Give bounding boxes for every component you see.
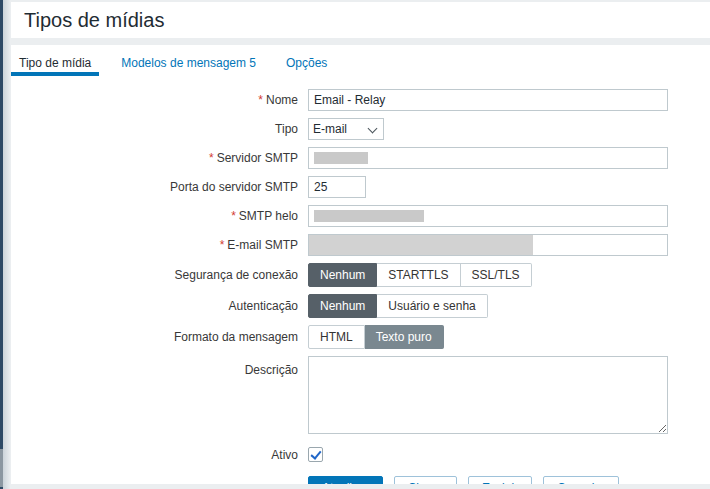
form-actions: Atualizar Clonar Excluir Cancelar: [308, 476, 710, 484]
tab-opcoes[interactable]: Opções: [278, 51, 335, 76]
tipo-select-wrapper: E-mail: [308, 118, 384, 140]
clone-button[interactable]: Clonar: [394, 476, 457, 484]
porta-smtp-label: Porta do servidor SMTP: [11, 176, 298, 198]
form-row-servidor-smtp: *Servidor SMTP: [11, 147, 710, 169]
form-row-descricao: Descrição: [11, 356, 710, 437]
seguranca-option-nenhum[interactable]: Nenhum: [308, 263, 377, 287]
seguranca-option-starttls[interactable]: STARTTLS: [377, 263, 460, 287]
required-marker: *: [209, 151, 214, 165]
sidebar-scroll-thumb[interactable]: [0, 449, 3, 487]
page-title: Tipos de mídias: [24, 9, 164, 32]
collapsed-sidebar[interactable]: [0, 0, 3, 489]
servidor-smtp-input[interactable]: [308, 147, 668, 169]
ativo-checkbox[interactable]: [308, 447, 323, 462]
form-row-tipo: Tipo E-mail: [11, 118, 710, 140]
redacted-value: [314, 152, 368, 164]
form-row-email-smtp: *E-mail SMTP: [11, 234, 710, 256]
form-row-smtp-helo: *SMTP helo: [11, 205, 710, 227]
form-row-ativo: Ativo: [11, 444, 710, 466]
sidebar-edge-shadow: [3, 0, 11, 489]
form-row-seguranca-conexao: Segurança de conexão Nenhum STARTTLS SSL…: [11, 263, 710, 287]
seguranca-conexao-segmented: Nenhum STARTTLS SSL/TLS: [308, 263, 532, 287]
descricao-textarea[interactable]: [308, 356, 668, 434]
required-marker: *: [231, 209, 236, 223]
nome-label: *Nome: [11, 89, 298, 111]
delete-button[interactable]: Excluir: [468, 476, 532, 484]
descricao-label: Descrição: [11, 356, 298, 380]
page: Tipos de mídias Tipo de mídia Modelos de…: [11, 0, 710, 484]
form-row-formato-mensagem: Formato da mensagem HTML Texto puro: [11, 325, 710, 349]
autenticacao-option-usuario-senha[interactable]: Usuário e senha: [377, 294, 487, 318]
ativo-label: Ativo: [11, 444, 298, 466]
seguranca-option-ssltls[interactable]: SSL/TLS: [461, 263, 532, 287]
tipo-select[interactable]: E-mail: [308, 118, 384, 140]
nome-input[interactable]: [308, 89, 668, 111]
autenticacao-segmented: Nenhum Usuário e senha: [308, 294, 488, 318]
autenticacao-option-nenhum[interactable]: Nenhum: [308, 294, 377, 318]
email-smtp-label: *E-mail SMTP: [11, 234, 298, 256]
form-row-porta-smtp: Porta do servidor SMTP: [11, 176, 710, 198]
formato-mensagem-label: Formato da mensagem: [11, 325, 298, 349]
page-header: Tipos de mídias: [11, 2, 710, 38]
form-row-nome: *Nome: [11, 89, 710, 111]
tab-tipo-de-midia[interactable]: Tipo de mídia: [11, 51, 99, 76]
servidor-smtp-label: *Servidor SMTP: [11, 147, 298, 169]
email-smtp-input[interactable]: [308, 234, 668, 256]
smtp-helo-input[interactable]: [308, 205, 668, 227]
required-marker: *: [258, 93, 263, 107]
porta-smtp-input[interactable]: [308, 176, 366, 198]
required-marker: *: [220, 238, 225, 252]
media-type-form: *Nome Tipo E-mail *Servid: [11, 89, 710, 484]
redacted-value: [314, 210, 424, 222]
cancel-button[interactable]: Cancelar: [543, 476, 619, 484]
tab-modelos-de-mensagem[interactable]: Modelos de mensagem 5: [113, 51, 264, 76]
update-button[interactable]: Atualizar: [308, 476, 383, 484]
redacted-value: [309, 235, 533, 255]
tab-bar: Tipo de mídia Modelos de mensagem 5 Opçõ…: [11, 51, 710, 76]
media-type-panel: Tipo de mídia Modelos de mensagem 5 Opçõ…: [11, 45, 710, 484]
seguranca-conexao-label: Segurança de conexão: [11, 263, 298, 287]
tipo-label: Tipo: [11, 118, 298, 140]
smtp-helo-label: *SMTP helo: [11, 205, 298, 227]
autenticacao-label: Autenticação: [11, 294, 298, 318]
formato-option-html[interactable]: HTML: [308, 325, 365, 349]
form-row-buttons: Atualizar Clonar Excluir Cancelar: [11, 469, 710, 484]
formato-option-texto-puro[interactable]: Texto puro: [365, 325, 444, 349]
formato-mensagem-segmented: HTML Texto puro: [308, 325, 444, 349]
form-row-autenticacao: Autenticação Nenhum Usuário e senha: [11, 294, 710, 318]
